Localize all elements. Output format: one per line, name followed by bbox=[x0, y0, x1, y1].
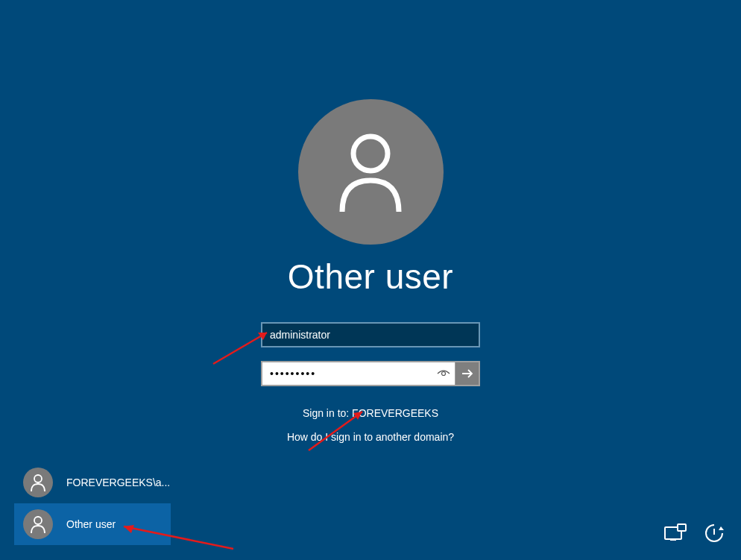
svg-point-2 bbox=[34, 475, 42, 482]
utility-buttons bbox=[662, 520, 728, 547]
login-panel: Other user Sign in to: FOREVERGEEKS How … bbox=[261, 99, 480, 443]
ease-of-access-button[interactable] bbox=[662, 520, 689, 547]
ease-of-access-icon bbox=[664, 523, 687, 543]
svg-point-0 bbox=[353, 136, 388, 171]
user-avatar-small bbox=[23, 509, 53, 539]
signin-domain-label: Sign in to: FOREVERGEEKS bbox=[303, 407, 438, 419]
user-avatar-large bbox=[298, 99, 444, 245]
user-list-label: Other user bbox=[66, 518, 116, 530]
person-icon bbox=[333, 131, 408, 213]
user-switcher: FOREVERGEEKS\a... Other user bbox=[14, 462, 171, 545]
svg-line-8 bbox=[213, 333, 267, 364]
password-reveal-button[interactable] bbox=[432, 362, 455, 385]
username-input[interactable] bbox=[261, 322, 480, 347]
eye-icon bbox=[437, 369, 450, 378]
submit-button[interactable] bbox=[455, 362, 479, 385]
person-icon bbox=[30, 474, 46, 491]
user-list-item-0[interactable]: FOREVERGEEKS\a... bbox=[14, 462, 171, 503]
password-input[interactable] bbox=[262, 362, 432, 385]
power-icon bbox=[704, 523, 724, 543]
password-row bbox=[261, 361, 480, 386]
user-avatar-small bbox=[23, 468, 53, 497]
login-title: Other user bbox=[288, 257, 453, 297]
power-button[interactable] bbox=[701, 520, 728, 547]
domain-help-link[interactable]: How do I sign in to another domain? bbox=[287, 431, 454, 443]
svg-rect-5 bbox=[678, 524, 686, 531]
person-icon bbox=[30, 515, 46, 533]
svg-point-3 bbox=[34, 517, 42, 524]
svg-rect-6 bbox=[670, 539, 676, 541]
user-list-item-1[interactable]: Other user bbox=[14, 503, 171, 545]
svg-point-1 bbox=[442, 372, 446, 376]
arrow-right-icon bbox=[460, 366, 475, 381]
user-list-label: FOREVERGEEKS\a... bbox=[66, 476, 170, 488]
